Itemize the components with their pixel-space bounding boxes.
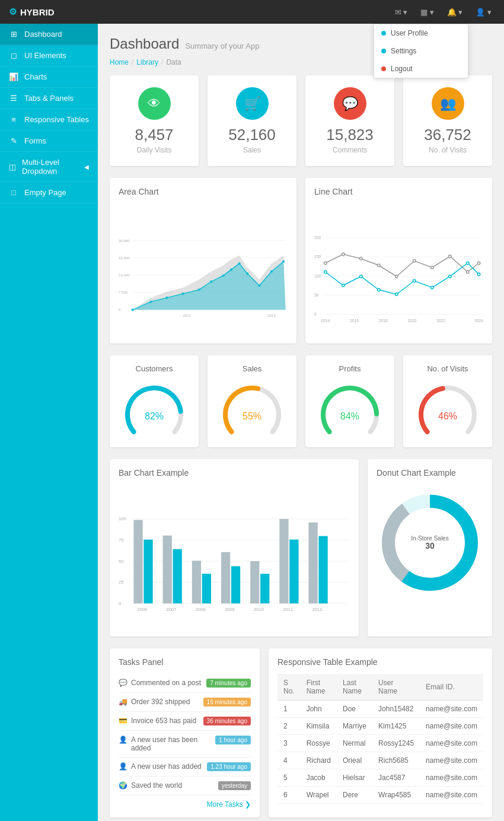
svg-text:2022: 2022	[436, 319, 445, 323]
sidebar-item-tabs-panels[interactable]: ☰ Tabs & Panels	[0, 88, 98, 109]
sidebar-item-empty-page[interactable]: □ Empty Page	[0, 182, 98, 203]
table-row: 1JohnDoeJohn15482name@site.com	[277, 701, 483, 718]
table-cell: Kim1425	[372, 718, 420, 735]
svg-point-12	[132, 308, 134, 311]
svg-rect-89	[308, 523, 317, 604]
sidebar-label-responsive-tables: Responsive Tables	[24, 115, 89, 124]
svg-text:46%: 46%	[438, 411, 457, 421]
svg-text:50: 50	[314, 293, 319, 297]
table-cell: 6	[277, 787, 301, 804]
svg-point-17	[210, 281, 212, 283]
task-list: 💬 Commented on a post 7 minutes ago 🚚 Or…	[119, 674, 251, 795]
stat-label-daily-visits: Daily Visits	[137, 146, 171, 154]
table-cell: name@site.com	[420, 735, 483, 752]
svg-point-38	[342, 253, 345, 256]
area-chart-svg: 0 7,500 15,000 22,500 30,000	[119, 202, 288, 333]
svg-rect-79	[163, 536, 172, 603]
table-col-header: S No.	[277, 674, 301, 701]
stat-icon-no-of-visits: 👥	[432, 87, 464, 120]
svg-text:200: 200	[314, 236, 321, 240]
table-title: Responsive Table Example	[277, 657, 483, 667]
task-icon: 👤	[119, 736, 127, 744]
svg-point-46	[477, 262, 480, 265]
breadcrumb-home[interactable]: Home	[110, 58, 129, 66]
user-profile-label: User Profile	[391, 29, 428, 37]
gauge-card-profits: Profits 84%	[305, 355, 394, 447]
svg-point-52	[413, 279, 416, 282]
task-icon: 🌍	[119, 781, 127, 790]
svg-point-47	[324, 271, 327, 273]
table-cell: Orieal	[337, 752, 372, 769]
stat-value-comments: 15,823	[326, 126, 374, 144]
svg-rect-77	[133, 520, 142, 604]
sidebar-item-dashboard[interactable]: ⊞ Dashboard	[0, 24, 98, 45]
table-cell: Jacob	[301, 769, 337, 787]
svg-text:2011: 2011	[183, 313, 192, 317]
sidebar-item-ui-elements[interactable]: ◻ UI Elements	[0, 45, 98, 66]
table-panel-card: Responsive Table Example S No.First Name…	[269, 648, 492, 817]
table-col-header: User Name	[372, 674, 420, 701]
stat-value-sales: 52,160	[228, 126, 276, 144]
area-chart-title: Area Chart	[119, 187, 288, 196]
table-cell: 1	[277, 701, 301, 718]
sidebar: ▶ ⊞ Dashboard ◻ UI Elements 📊 Charts ☰ T…	[0, 24, 98, 821]
svg-point-16	[198, 288, 200, 291]
sidebar-item-charts[interactable]: 📊 Charts	[0, 66, 98, 88]
svg-point-37	[324, 262, 327, 265]
table-cell: John15482	[372, 701, 420, 718]
sidebar-item-responsive-tables[interactable]: ≡ Responsive Tables	[0, 109, 98, 131]
grid-nav-btn[interactable]: ▦ ▾	[417, 5, 438, 19]
tasks-panel-title: Tasks Panel	[119, 657, 251, 667]
svg-text:7,500: 7,500	[119, 290, 128, 294]
svg-text:55%: 55%	[243, 411, 261, 421]
user-profile-item[interactable]: User Profile	[374, 24, 468, 42]
brand: ⚙ HYBRID	[9, 7, 55, 17]
gauge-label-customers: Customers	[136, 364, 173, 373]
donut-chart-card: Donut Chart Example In-Store Sales 30	[368, 459, 492, 637]
gauge-label-no-of-visits: No. of Visits	[427, 364, 468, 373]
task-badge: 36 minutes ago	[203, 717, 251, 725]
svg-rect-82	[202, 574, 211, 603]
sidebar-icon-empty-page: □	[9, 188, 18, 197]
svg-point-20	[238, 262, 241, 265]
more-tasks-link[interactable]: More Tasks ❯	[119, 800, 251, 809]
bell-nav-btn[interactable]: 🔔 ▾	[444, 5, 467, 19]
gauge-card-sales: Sales 55%	[208, 355, 296, 447]
task-icon: 💬	[119, 679, 127, 687]
table-cell: Marriye	[337, 718, 372, 735]
email-nav-btn[interactable]: ✉ ▾	[391, 5, 412, 19]
stat-cards: 👁 8,457 Daily Visits 🛒 52,160 Sales 💬 15…	[110, 75, 492, 166]
settings-dot	[381, 49, 386, 53]
logout-item[interactable]: Logout	[374, 60, 468, 78]
svg-rect-88	[289, 540, 298, 604]
stat-value-daily-visits: 8,457	[135, 126, 173, 144]
charts-row: Area Chart 0 7,500 15,000 22,500 30,000	[110, 178, 492, 343]
sidebar-item-multi-level[interactable]: ◫ Multi-Level Dropdown ◀	[0, 152, 98, 182]
settings-item[interactable]: Settings	[374, 42, 468, 60]
settings-label: Settings	[391, 47, 416, 55]
gauge-svg-profits: 84%	[314, 379, 385, 438]
bar-chart-svg: 0 25 50 75 100	[119, 483, 350, 626]
stat-label-no-of-visits: No. of Visits	[429, 146, 467, 154]
svg-text:15,000: 15,000	[119, 273, 130, 277]
table-cell: Rossye	[301, 735, 337, 752]
svg-point-48	[342, 284, 345, 287]
svg-text:2006: 2006	[137, 607, 147, 612]
svg-text:84%: 84%	[340, 411, 359, 421]
sidebar-label-forms: Forms	[24, 136, 46, 145]
page-title: Dashboard	[110, 36, 179, 52]
svg-point-15	[182, 292, 184, 295]
svg-rect-78	[143, 540, 152, 604]
svg-text:2018: 2018	[379, 319, 388, 323]
breadcrumb-library[interactable]: Library	[136, 58, 158, 66]
task-icon: 🚚	[119, 698, 127, 706]
svg-point-50	[378, 288, 381, 291]
sidebar-item-forms[interactable]: ✎ Forms	[0, 131, 98, 152]
stat-icon-sales: 🛒	[236, 87, 269, 120]
gauge-svg-no-of-visits: 46%	[412, 379, 483, 438]
donut-chart-title: Donut Chart Example	[377, 468, 483, 478]
user-nav-btn[interactable]: 👤 ▾	[472, 5, 495, 19]
task-badge: 1.23 hour ago	[207, 762, 251, 771]
svg-marker-11	[133, 262, 286, 310]
table-cell: name@site.com	[420, 752, 483, 769]
